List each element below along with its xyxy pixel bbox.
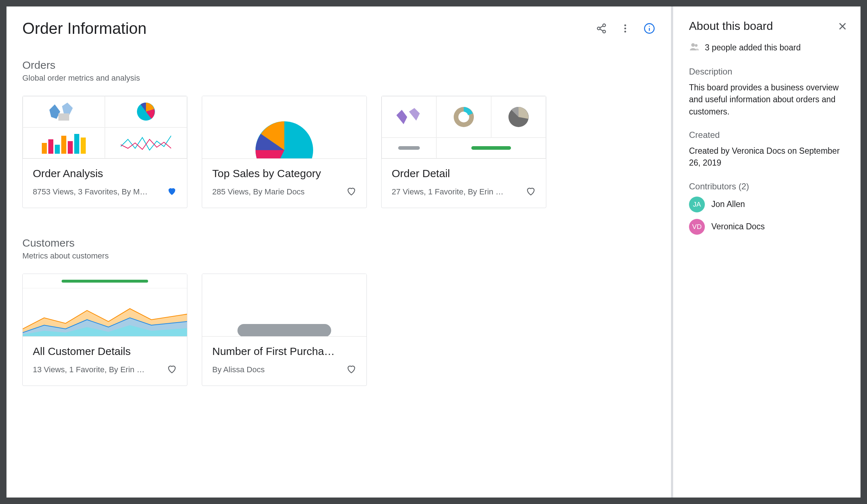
description-text: This board provides a business overview … <box>689 82 848 118</box>
avatar: VD <box>689 219 705 235</box>
card-grid: Order Analysis 8753 Views, 3 Favorites, … <box>22 96 655 208</box>
avatar: JA <box>689 197 705 212</box>
close-icon[interactable] <box>837 21 848 31</box>
favorite-icon[interactable] <box>526 186 536 198</box>
svg-point-5 <box>624 24 626 26</box>
svg-point-6 <box>624 28 626 30</box>
favorite-icon[interactable] <box>167 364 177 375</box>
favorite-icon[interactable] <box>167 186 177 198</box>
card-title: Number of First Purcha… <box>212 345 356 357</box>
contributor-name: Veronica Docs <box>711 222 765 231</box>
card-title: Order Analysis <box>33 167 177 180</box>
card-meta: By Alissa Docs <box>212 365 265 374</box>
main-content: Order Information Orders Global order me… <box>6 6 671 498</box>
card-meta: 285 Views, By Marie Docs <box>212 187 304 197</box>
card-preview <box>382 96 546 159</box>
card-preview <box>23 274 187 337</box>
svg-point-10 <box>649 26 650 27</box>
svg-point-2 <box>603 30 606 33</box>
section-title: Orders <box>22 59 655 71</box>
app-frame: Order Information Orders Global order me… <box>6 6 861 498</box>
page-title: Order Information <box>22 19 147 37</box>
sidebar-title: About this board <box>689 19 773 33</box>
card-meta: 13 Views, 1 Favorite, By Erin … <box>33 365 144 374</box>
page-header: Order Information <box>22 19 655 37</box>
description-label: Description <box>689 67 848 77</box>
dashboard-card[interactable]: Order Analysis 8753 Views, 3 Favorites, … <box>22 96 187 208</box>
card-title: Top Sales by Category <box>212 167 356 180</box>
dashboard-card[interactable]: Top Sales by Category 285 Views, By Mari… <box>202 96 367 208</box>
people-icon <box>689 41 700 54</box>
card-grid: All Customer Details 13 Views, 1 Favorit… <box>22 274 655 386</box>
card-preview <box>202 96 366 159</box>
contributor-row: VD Veronica Docs <box>689 219 848 235</box>
added-by-text: 3 people added this board <box>705 43 801 53</box>
section-subtitle: Metrics about customers <box>22 251 655 261</box>
more-icon[interactable] <box>620 23 631 34</box>
card-preview <box>202 274 366 337</box>
favorite-icon[interactable] <box>346 186 356 198</box>
contributor-row: JA Jon Allen <box>689 197 848 212</box>
dashboard-card[interactable]: Order Detail 27 Views, 1 Favorite, By Er… <box>381 96 546 208</box>
svg-rect-11 <box>58 113 69 121</box>
svg-point-1 <box>597 27 600 30</box>
dashboard-card[interactable]: All Customer Details 13 Views, 1 Favorit… <box>22 274 187 386</box>
contributor-name: Jon Allen <box>711 199 745 209</box>
created-text: Created by Veronica Docs on September 26… <box>689 145 848 169</box>
dashboard-card[interactable]: Number of First Purcha… By Alissa Docs <box>202 274 367 386</box>
section-title: Customers <box>22 237 655 249</box>
section-subtitle: Global order metrics and analysis <box>22 73 655 83</box>
share-icon[interactable] <box>596 23 607 34</box>
svg-line-4 <box>600 29 603 31</box>
header-actions <box>596 23 655 34</box>
card-title: Order Detail <box>392 167 536 180</box>
contributors-label: Contributors (2) <box>689 181 848 192</box>
about-sidebar: About this board 3 people added this boa… <box>673 6 861 498</box>
svg-point-7 <box>624 31 626 32</box>
svg-point-23 <box>695 44 698 47</box>
card-title: All Customer Details <box>33 345 177 357</box>
card-preview <box>23 96 187 159</box>
favorite-icon[interactable] <box>346 364 356 375</box>
added-by-row: 3 people added this board <box>689 41 848 54</box>
created-label: Created <box>689 130 848 140</box>
card-meta: 8753 Views, 3 Favorites, By M… <box>33 187 148 197</box>
svg-line-3 <box>600 26 603 28</box>
svg-point-0 <box>603 24 606 27</box>
card-meta: 27 Views, 1 Favorite, By Erin … <box>392 187 503 197</box>
info-icon[interactable] <box>644 23 655 34</box>
svg-point-22 <box>691 43 695 47</box>
